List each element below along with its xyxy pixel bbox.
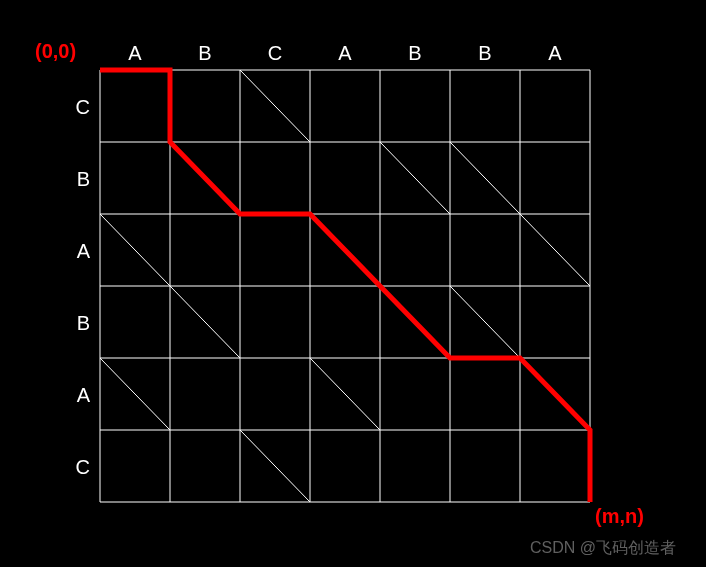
svg-line-26 <box>310 358 380 430</box>
svg-line-28 <box>240 430 310 502</box>
row-label: A <box>70 384 90 407</box>
svg-line-24 <box>450 286 520 358</box>
col-label: B <box>475 42 495 65</box>
origin-label: (0,0) <box>35 40 76 63</box>
watermark-text: CSDN @飞码创造者 <box>530 538 676 559</box>
svg-line-18 <box>450 142 520 214</box>
svg-line-15 <box>240 70 310 142</box>
lcs-grid-diagram <box>0 0 706 567</box>
col-label: C <box>265 42 285 65</box>
row-label: B <box>70 168 90 191</box>
col-label: A <box>335 42 355 65</box>
row-label: A <box>70 240 90 263</box>
svg-line-21 <box>520 214 590 286</box>
row-label: C <box>70 96 90 119</box>
svg-line-25 <box>100 358 170 430</box>
svg-line-22 <box>170 286 240 358</box>
row-label: B <box>70 312 90 335</box>
row-label: C <box>70 456 90 479</box>
col-label: A <box>125 42 145 65</box>
col-label: B <box>195 42 215 65</box>
svg-line-19 <box>100 214 170 286</box>
svg-line-17 <box>380 142 450 214</box>
col-label: A <box>545 42 565 65</box>
end-label: (m,n) <box>595 505 644 528</box>
col-label: B <box>405 42 425 65</box>
